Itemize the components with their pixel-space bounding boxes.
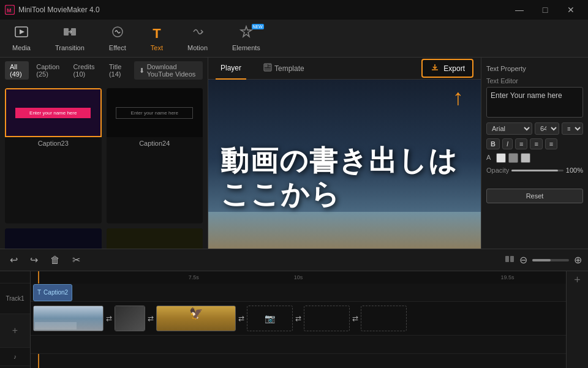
tab-credits[interactable]: Credits (10) [69,61,102,80]
toolbar-text[interactable]: T Text [145,22,169,55]
color-swatch-1[interactable] [496,153,506,163]
align-center-button[interactable]: ≡ [530,138,542,149]
ruler-mark-2: 10s [246,274,351,280]
clip-arrow-3: ⇄ [238,314,244,323]
camera-icon: 📷 [265,314,275,323]
tab-player[interactable]: Player [216,58,246,80]
toolbar-transition-label: Transition [55,44,85,51]
toolbar-transition[interactable]: Transition [49,21,91,55]
youtube-btn-label: Download YouTube Videos [147,63,198,78]
scissors-button[interactable]: ✂ [69,253,84,267]
color-swatch-2[interactable] [508,153,518,163]
app-icon: M [5,5,15,15]
ruler-mark-1: 7.5s [141,274,246,280]
tab-template-label[interactable]: Template [274,64,304,73]
add-track-button[interactable]: + [574,274,581,287]
ruler-label [0,271,30,284]
svg-rect-12 [265,68,271,70]
template-icon [263,63,272,73]
svg-text:M: M [7,7,12,13]
side-controls: + [566,271,588,368]
video-clip-beach[interactable] [33,306,104,331]
zoom-slider[interactable] [532,259,569,261]
opacity-row: Opacity 100% [486,167,583,174]
svg-marker-7 [241,26,252,37]
delete-button[interactable]: 🗑 [47,253,64,267]
align-left-button[interactable]: ≡ [515,138,527,149]
opacity-slider[interactable] [511,170,564,171]
caption-thumb-23: Enter your name here [5,88,102,137]
caption-clip-icon: T [37,289,41,296]
new-badge: NEW [252,24,264,29]
align-right-button[interactable]: ≡ [545,138,557,149]
timeline-toolbar: ↩ ↪ 🗑 ✂ ⊖ ⊕ [0,249,588,271]
toolbar-elements[interactable]: NEW Elements [226,21,266,55]
close-button[interactable]: ✕ [559,0,583,20]
minimize-button[interactable]: — [507,0,532,20]
svg-rect-9 [265,64,268,67]
tab-template: Template [258,58,309,80]
clip-arrow-1: ⇄ [106,314,112,323]
svg-rect-10 [268,64,271,66]
reset-button[interactable]: Reset [486,189,583,203]
toolbar-motion-label: Motion [187,44,208,51]
redo-button[interactable]: ↪ [26,253,42,267]
svg-text:A: A [486,154,491,161]
tab-title[interactable]: Title (14) [104,61,132,80]
motion-icon [191,25,205,42]
music-icon: ♪ [13,353,17,360]
toolbar-media[interactable]: Media [6,21,37,55]
font-controls: Arial 64 ≡ 1 [486,122,583,135]
media-icon [15,25,28,42]
empty-clip-1[interactable]: 📷 [247,306,293,331]
caption-thumb-24: Enter your name here [107,88,203,137]
spacing-select[interactable]: ≡ 1 [562,122,583,135]
opacity-label: Opacity [486,167,509,174]
export-icon [430,62,440,74]
toolbar-media-label: Media [12,44,31,51]
ruler-mark-0 [37,274,141,280]
font-family-select[interactable]: Arial [486,122,532,135]
export-button[interactable]: Export [421,59,473,78]
italic-button[interactable]: I [502,138,513,149]
color-label-icon: A [486,154,494,163]
font-size-select[interactable]: 64 [535,122,559,135]
ruler-mark-3 [350,274,455,280]
tab-all[interactable]: All (49) [5,61,29,80]
ruler-marks: 7.5s 10s 19.5s [37,274,560,280]
text-property-title: Text Property [486,62,583,77]
youtube-download-button[interactable]: ⬇ Download YouTube Videos [134,61,203,80]
zoom-in-button[interactable]: ⊕ [574,254,582,266]
empty-clip-3[interactable] [361,306,407,331]
svg-rect-11 [268,66,271,67]
toolbar-motion[interactable]: Motion [181,21,214,55]
caption-item-24[interactable]: Enter your name here Caption24 [107,88,203,223]
titlebar-left: M MiniTool MovieMaker 4.0 [5,5,100,15]
tab-caption[interactable]: Caption (25) [31,61,66,80]
text-editor-area[interactable]: Enter Your name here [486,87,583,118]
app-title: MiniTool MovieMaker 4.0 [18,6,100,14]
caption-item-23[interactable]: Enter your name here Caption23 [5,88,102,223]
track1-label: Track1 [0,284,30,314]
empty-clip-2[interactable] [304,306,350,331]
svg-marker-3 [20,29,24,34]
video-clip-bird[interactable]: 🦅 [156,306,236,331]
effect-icon [111,25,124,42]
video-clip-dark[interactable] [115,306,145,331]
timeline: Track1 + ♪ 7.5s 10s 19.5s [0,271,588,368]
maximize-button[interactable]: □ [533,0,557,20]
track-labels: Track1 + ♪ [0,271,31,368]
annotation-text: 動画の書き出しはここから [221,144,469,211]
undo-button[interactable]: ↩ [6,253,21,267]
text-icon: T [153,26,160,42]
track-label-text: Track1 [6,295,24,302]
caption-label-23: Caption23 [5,137,102,149]
caption-clip[interactable]: T Caption2 [33,284,72,301]
add-media-icon[interactable]: + [12,325,18,336]
player-header: Player Template Export [208,58,481,80]
toolbar-effect[interactable]: Effect [103,21,132,55]
zoom-out-button[interactable]: ⊖ [519,254,527,266]
toolbar-text-label: Text [151,44,163,51]
color-swatch-3[interactable] [521,153,530,163]
bold-button[interactable]: B [486,138,500,149]
